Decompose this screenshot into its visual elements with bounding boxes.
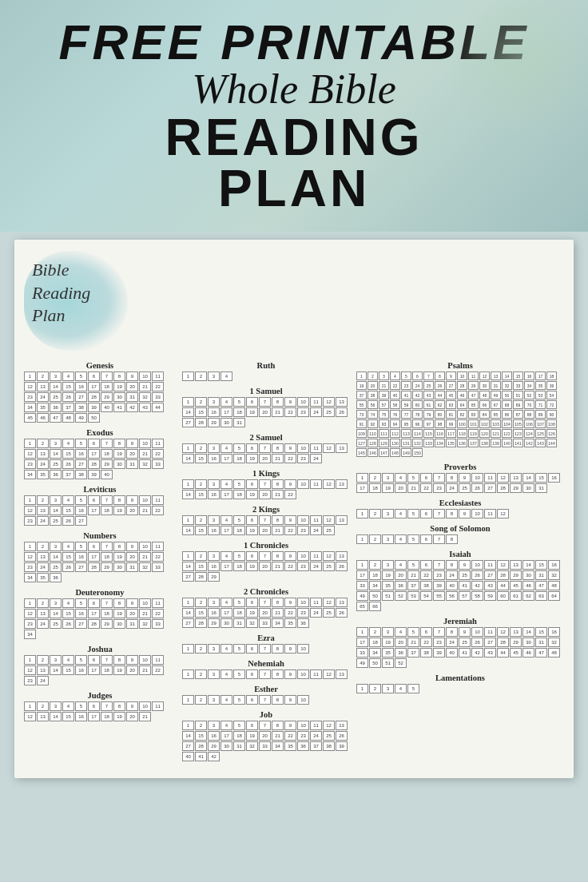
chapter-cell[interactable]: 35 — [535, 381, 546, 390]
chapter-cell[interactable]: 5 — [233, 515, 245, 525]
chapter-cell[interactable]: 24 — [37, 392, 49, 402]
chapter-cell[interactable]: 5 — [233, 721, 245, 730]
chapter-cell[interactable]: 6 — [88, 439, 100, 448]
chapter-cell[interactable]: 4 — [395, 509, 407, 518]
chapter-cell[interactable]: 23 — [297, 731, 309, 741]
chapter-cell[interactable]: 83 — [468, 410, 479, 419]
chapter-cell[interactable]: 32 — [139, 459, 151, 469]
chapter-cell[interactable]: 5 — [75, 655, 87, 665]
chapter-cell[interactable]: 38 — [75, 470, 87, 479]
chapter-cell[interactable]: 8 — [446, 560, 458, 570]
chapter-cell[interactable]: 11 — [310, 598, 322, 607]
chapter-cell[interactable]: 3 — [208, 371, 220, 381]
chapter-cell[interactable]: 19 — [382, 483, 394, 493]
chapter-cell[interactable]: 23 — [24, 619, 36, 629]
chapter-cell[interactable]: 13 — [336, 551, 348, 561]
chapter-cell[interactable]: 17 — [220, 608, 232, 618]
chapter-cell[interactable]: 131 — [401, 439, 411, 447]
chapter-cell[interactable]: 8 — [272, 397, 284, 407]
chapter-cell[interactable]: 25 — [50, 392, 62, 402]
chapter-cell[interactable]: 26 — [336, 731, 348, 741]
chapter-cell[interactable]: 4 — [220, 551, 232, 561]
chapter-cell[interactable]: 7 — [259, 443, 271, 453]
chapter-cell[interactable]: 13 — [336, 598, 348, 607]
chapter-cell[interactable]: 25 — [459, 483, 471, 493]
chapter-cell[interactable]: 38 — [420, 648, 432, 658]
chapter-cell[interactable]: 5 — [407, 509, 419, 518]
chapter-cell[interactable]: 10 — [139, 598, 151, 608]
chapter-cell[interactable]: 10 — [297, 721, 309, 730]
chapter-cell[interactable]: 38 — [368, 391, 378, 399]
chapter-cell[interactable]: 22 — [284, 407, 296, 417]
chapter-cell[interactable]: 52 — [395, 591, 407, 601]
chapter-cell[interactable]: 112 — [390, 429, 400, 438]
chapter-cell[interactable]: 21 — [139, 449, 151, 459]
chapter-cell[interactable]: 146 — [368, 448, 378, 457]
chapter-cell[interactable]: 15 — [513, 371, 523, 380]
chapter-cell[interactable]: 30 — [220, 618, 232, 628]
chapter-cell[interactable]: 2 — [37, 495, 49, 505]
chapter-cell[interactable]: 94 — [390, 419, 400, 428]
chapter-cell[interactable]: 8 — [113, 542, 125, 551]
chapter-cell[interactable]: 20 — [259, 562, 271, 571]
chapter-cell[interactable]: 6 — [88, 655, 100, 665]
chapter-cell[interactable]: 41 — [401, 391, 411, 399]
chapter-cell[interactable]: 35 — [37, 470, 49, 479]
chapter-cell[interactable]: 13 — [510, 560, 522, 570]
chapter-cell[interactable]: 2 — [195, 443, 207, 453]
chapter-cell[interactable]: 30 — [522, 638, 534, 647]
chapter-cell[interactable]: 3 — [382, 627, 394, 637]
chapter-cell[interactable]: 13 — [37, 712, 49, 721]
chapter-cell[interactable]: 27 — [75, 459, 87, 469]
chapter-cell[interactable]: 18 — [233, 490, 245, 499]
chapter-cell[interactable]: 15 — [62, 609, 74, 618]
chapter-cell[interactable]: 5 — [233, 644, 245, 654]
chapter-cell[interactable]: 25 — [323, 731, 335, 741]
chapter-cell[interactable]: 31 — [233, 418, 245, 427]
chapter-cell[interactable]: 1 — [356, 560, 368, 570]
chapter-cell[interactable]: 145 — [356, 448, 367, 457]
chapter-cell[interactable]: 6 — [246, 443, 258, 453]
chapter-cell[interactable]: 12 — [323, 721, 335, 730]
chapter-cell[interactable]: 6 — [246, 695, 258, 705]
chapter-cell[interactable]: 122 — [502, 429, 512, 438]
chapter-cell[interactable]: 60 — [412, 400, 423, 409]
chapter-cell[interactable]: 35 — [284, 618, 296, 628]
chapter-cell[interactable]: 39 — [88, 403, 100, 412]
chapter-cell[interactable]: 22 — [420, 570, 432, 580]
chapter-cell[interactable]: 9 — [126, 371, 138, 381]
chapter-cell[interactable]: 39 — [336, 741, 348, 751]
chapter-cell[interactable]: 7 — [259, 515, 271, 525]
chapter-cell[interactable]: 34 — [24, 470, 36, 479]
chapter-cell[interactable]: 65 — [468, 400, 479, 409]
chapter-cell[interactable]: 7 — [433, 560, 445, 570]
chapter-cell[interactable]: 2 — [368, 371, 378, 380]
chapter-cell[interactable]: 24 — [37, 676, 49, 685]
chapter-cell[interactable]: 16 — [75, 506, 87, 515]
chapter-cell[interactable]: 17 — [220, 407, 232, 417]
chapter-cell[interactable]: 42 — [126, 403, 138, 412]
chapter-cell[interactable]: 32 — [502, 381, 512, 390]
chapter-cell[interactable]: 20 — [395, 638, 407, 647]
chapter-cell[interactable]: 10 — [457, 371, 467, 380]
chapter-cell[interactable]: 30 — [522, 483, 534, 493]
chapter-cell[interactable]: 20 — [126, 449, 138, 459]
chapter-cell[interactable]: 88 — [524, 410, 534, 419]
chapter-cell[interactable]: 20 — [395, 570, 407, 580]
chapter-cell[interactable]: 6 — [420, 534, 432, 544]
chapter-cell[interactable]: 10 — [139, 701, 151, 711]
chapter-cell[interactable]: 37 — [356, 391, 367, 399]
chapter-cell[interactable]: 3 — [208, 598, 220, 607]
chapter-cell[interactable]: 3 — [382, 473, 394, 483]
chapter-cell[interactable]: 34 — [524, 381, 534, 390]
chapter-cell[interactable]: 23 — [297, 562, 309, 571]
chapter-cell[interactable]: 40 — [101, 403, 113, 412]
chapter-cell[interactable]: 142 — [524, 439, 534, 447]
chapter-cell[interactable]: 125 — [535, 429, 546, 438]
chapter-cell[interactable]: 16 — [208, 562, 220, 571]
chapter-cell[interactable]: 16 — [208, 454, 220, 463]
chapter-cell[interactable]: 43 — [484, 648, 496, 658]
chapter-cell[interactable]: 40 — [101, 470, 113, 479]
chapter-cell[interactable]: 13 — [510, 627, 522, 637]
chapter-cell[interactable]: 98 — [435, 419, 445, 428]
